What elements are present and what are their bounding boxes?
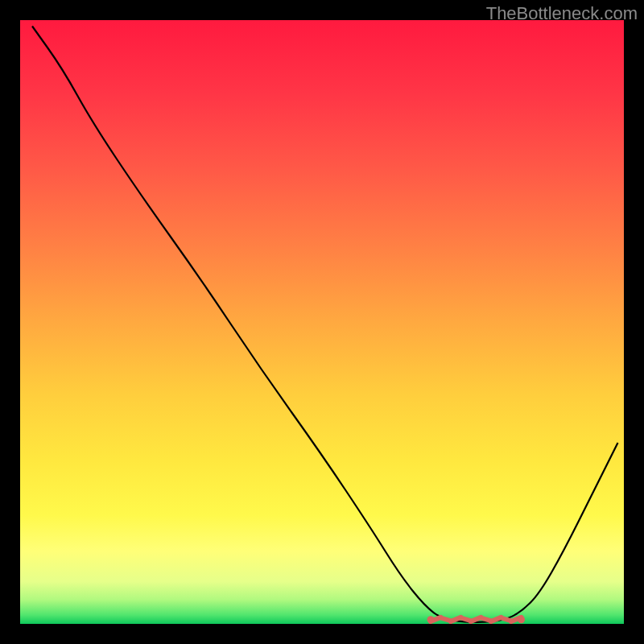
chart-svg xyxy=(20,20,624,624)
attribution-label: TheBottleneck.com xyxy=(486,3,638,24)
chart-container: TheBottleneck.com xyxy=(0,0,644,644)
gradient-background xyxy=(20,20,624,624)
svg-point-9 xyxy=(427,616,435,623)
svg-point-10 xyxy=(518,616,525,623)
plot-area xyxy=(20,20,624,624)
